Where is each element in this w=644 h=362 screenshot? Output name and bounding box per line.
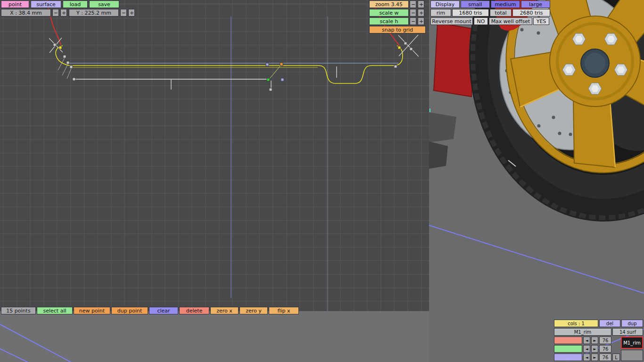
control-point[interactable] [73, 78, 75, 81]
suspension-arm [429, 112, 456, 142]
zero-x-button[interactable]: zero x [210, 307, 239, 314]
save-button[interactable]: save [89, 0, 119, 8]
construction-lines [74, 66, 337, 90]
x-coordinate-readout: X : 38.4 mm [1, 9, 51, 16]
zoom-plus-button[interactable]: + [418, 0, 424, 8]
scale-w-button[interactable]: scale w [369, 9, 409, 16]
surface-slot-empty[interactable] [621, 350, 643, 361]
select-all-button[interactable]: select all [37, 307, 73, 314]
scale-w-minus-button[interactable]: − [410, 9, 416, 16]
delete-button[interactable]: delete [179, 307, 209, 314]
control-point[interactable] [281, 78, 284, 81]
scale-w-plus-button[interactable]: + [418, 9, 424, 16]
total-tris-value: 2680 tris [512, 9, 550, 16]
snap-to-grid-button[interactable]: snap to grid [369, 26, 426, 33]
color-swatch-purple[interactable] [554, 354, 582, 361]
viewport-3d[interactable] [429, 0, 644, 362]
total-tris-label: total [490, 9, 512, 16]
floor-grid-line [429, 225, 644, 293]
arrow-left-icon[interactable]: ◄ [583, 345, 590, 353]
rim-tris-label: rim [430, 9, 451, 16]
control-point[interactable] [394, 65, 397, 68]
row-value: 76 [599, 345, 611, 353]
control-point-green[interactable] [267, 78, 270, 81]
control-point-selected[interactable] [398, 46, 401, 49]
control-point[interactable] [410, 48, 413, 50]
y-minus-button[interactable]: − [120, 9, 127, 16]
point-mode-button[interactable]: point [1, 0, 29, 8]
surface-name-field[interactable]: M1_rim [554, 328, 611, 336]
control-point[interactable] [269, 88, 272, 91]
cols-button[interactable]: cols : 1 [554, 320, 598, 327]
max-well-offset-label: Max well offset [489, 17, 532, 25]
control-point-selected[interactable] [59, 46, 62, 49]
clear-button[interactable]: clear [149, 307, 178, 314]
arrow-right-icon[interactable]: ► [591, 337, 598, 344]
display-label: Display [430, 0, 460, 8]
scale-h-minus-button[interactable]: − [410, 17, 416, 25]
y-plus-button[interactable]: + [128, 9, 135, 16]
lock-toggle-button[interactable]: L [612, 354, 620, 361]
x-plus-button[interactable]: + [60, 9, 67, 16]
control-point[interactable] [63, 55, 66, 58]
x-minus-button[interactable]: − [52, 9, 59, 16]
reverse-mount-label: Reverse mount [430, 17, 473, 25]
center-cap-inner [585, 53, 605, 74]
arrow-right-icon[interactable]: ► [591, 354, 598, 361]
flip-x-button[interactable]: flip x [269, 307, 299, 314]
row-value: 76 [599, 337, 611, 344]
color-swatch-red[interactable] [554, 337, 582, 344]
reverse-mount-toggle[interactable]: NO [474, 17, 488, 25]
rim-profile-drawing [0, 0, 429, 311]
zoom-readout[interactable]: zoom 3.45 [369, 0, 409, 8]
arrow-right-icon[interactable]: ► [591, 345, 598, 353]
brake-caliper [434, 23, 475, 97]
floor-grid-lines [0, 311, 429, 362]
arrow-left-icon[interactable]: ◄ [583, 337, 590, 344]
suspension-arm [429, 141, 448, 169]
dup-point-button[interactable]: dup point [111, 307, 148, 314]
zoom-minus-button[interactable]: − [410, 0, 416, 8]
arrow-left-icon[interactable]: ◄ [583, 354, 590, 361]
display-small-button[interactable]: small [461, 0, 490, 8]
selected-surface[interactable]: M1_rim [621, 337, 643, 349]
control-point[interactable] [266, 63, 269, 66]
control-point[interactable] [70, 66, 73, 68]
load-button[interactable]: load [63, 0, 88, 8]
app-window: point surface load save X : 38.4 mm − + … [0, 0, 644, 362]
surface-panel: cols : 1 del dup M1_rim 14 surf ◄ ► 76 ◄… [554, 320, 644, 362]
scale-h-plus-button[interactable]: + [418, 17, 424, 25]
zero-y-button[interactable]: zero y [239, 307, 268, 314]
selection-cross-lines [49, 35, 419, 57]
points-count-label: 15 points [1, 307, 36, 314]
rim-profile-curve [56, 46, 403, 83]
color-swatch-green[interactable] [554, 345, 582, 353]
scale-h-button[interactable]: scale h [369, 17, 409, 25]
profile-canvas[interactable] [0, 0, 429, 311]
max-well-offset-toggle[interactable]: YES [533, 17, 549, 25]
new-point-button[interactable]: new point [74, 307, 110, 314]
surface-count-label: 14 surf [612, 328, 643, 336]
wheel-render [429, 0, 644, 362]
control-point[interactable] [53, 43, 56, 46]
control-point[interactable] [66, 61, 69, 64]
display-medium-button[interactable]: medium [491, 0, 520, 8]
rim-tris-value: 1680 tris [452, 9, 489, 16]
dup-surface-button[interactable]: dup [621, 320, 643, 327]
surface-mode-button[interactable]: surface [31, 0, 61, 8]
y-coordinate-readout: Y : 225.2 mm [69, 9, 119, 16]
display-large-button[interactable]: large [521, 0, 550, 8]
row-value: 76 [599, 354, 611, 361]
del-surface-button[interactable]: del [599, 320, 620, 327]
control-point[interactable] [404, 42, 407, 45]
control-point-active[interactable] [280, 63, 283, 66]
